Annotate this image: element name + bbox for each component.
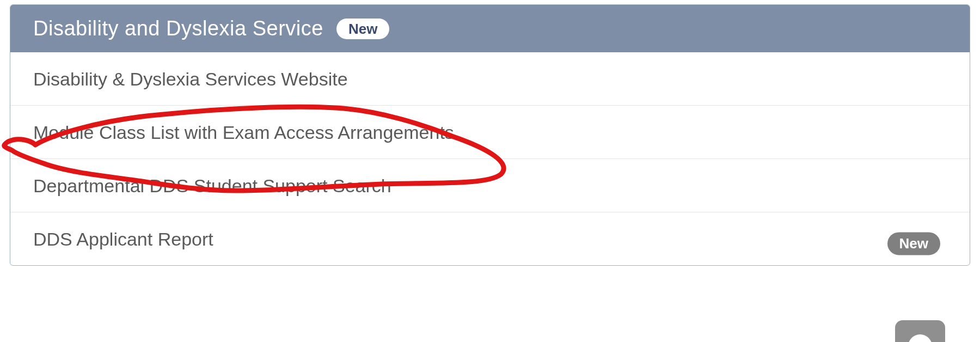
panel-header[interactable]: Disability and Dyslexia Service New (10, 5, 970, 52)
list-item-label: Departmental DDS Student Support Search (33, 175, 391, 196)
list-item-departmental-search[interactable]: Departmental DDS Student Support Search (10, 159, 970, 212)
dds-panel: Disability and Dyslexia Service New Disa… (10, 4, 970, 266)
scroll-to-top-button[interactable] (895, 320, 945, 342)
list-item-dds-website[interactable]: Disability & Dyslexia Services Website (10, 52, 970, 106)
list-item-label: Module Class List with Exam Access Arran… (33, 122, 454, 143)
arrow-up-icon (908, 334, 932, 342)
panel-title: Disability and Dyslexia Service (33, 17, 323, 40)
header-new-badge: New (336, 19, 389, 39)
list-item-module-class-list[interactable]: Module Class List with Exam Access Arran… (10, 106, 970, 159)
item-new-badge: New (887, 232, 940, 255)
list-item-applicant-report[interactable]: DDS Applicant Report New (10, 212, 970, 265)
panel-list: Disability & Dyslexia Services Website M… (10, 52, 970, 265)
list-item-label: DDS Applicant Report (33, 229, 213, 249)
list-item-label: Disability & Dyslexia Services Website (33, 69, 348, 89)
